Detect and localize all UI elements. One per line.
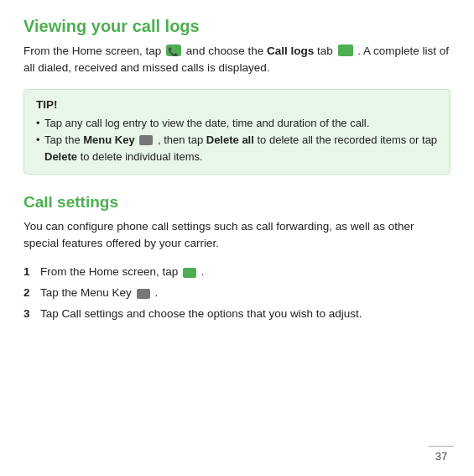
tip-delete: Delete [44,150,77,163]
section1-body: From the Home screen, tap and choose the… [23,43,451,77]
step-3-before: Tap [40,307,62,320]
step-1-num: 1 [23,264,35,281]
step-2-menu-icon [137,289,150,299]
tip-box: TIP! Tap any call log entry to view the … [23,89,451,175]
step-3-num: 3 [23,306,35,323]
tip-title: TIP! [36,98,438,111]
step-1-content: From the Home screen, tap . [40,264,205,281]
tip-item-2-middle2: to delete all the recorded items or tap [257,133,437,146]
step-3-end: and choose the options that you wish to … [127,307,362,320]
page-number: 37 [429,446,454,463]
section2-body: You can configure phone call settings su… [23,218,451,253]
step-2-num: 2 [23,285,35,302]
tip-delete-all: Delete all [206,133,254,146]
step-2: 2 Tap the Menu Key . [23,285,451,302]
step-1-before: From the Home screen, tap [40,265,181,278]
step-2-end: . [154,286,158,299]
phone-icon [166,44,181,56]
step-3: 3 Tap Call settings and choose the optio… [23,306,451,323]
tip-item-2-middle: , then tap [158,133,206,146]
step-1-phone-icon [183,268,196,278]
section1-title: Viewing your call logs [23,17,451,36]
section1-tab-text: tab [317,44,336,57]
tip-item-1-text: Tap any call log entry to view the date,… [44,117,369,129]
section1-body-text: From the Home screen, tap [23,44,161,57]
tip-item-1: Tap any call log entry to view the date,… [36,115,438,132]
numbered-list: 1 From the Home screen, tap . 2 Tap the … [23,264,451,323]
step-1: 1 From the Home screen, tap . [23,264,451,281]
section1-and-choose: and choose the [186,44,267,57]
call-logs-icon [338,44,353,56]
section2-title: Call settings [23,193,451,212]
tip-menu-key: Menu Key [83,133,134,146]
step-2-before: Tap the [40,286,81,299]
step-3-content: Tap Call settings and choose the options… [40,306,362,323]
step-2-content: Tap the Menu Key . [40,285,158,302]
step-2-menu-key: Menu Key [81,286,132,299]
step-1-end: . [201,265,205,278]
menu-key-icon [139,135,153,145]
tip-item-2: Tap the Menu Key , then tap Delete all t… [36,132,438,165]
call-logs-label: Call logs [267,44,314,57]
tip-item-2-before: Tap the [44,133,83,146]
tip-item-2-end: to delete individual items. [81,150,203,163]
step-3-call-settings: Call settings [62,307,124,320]
